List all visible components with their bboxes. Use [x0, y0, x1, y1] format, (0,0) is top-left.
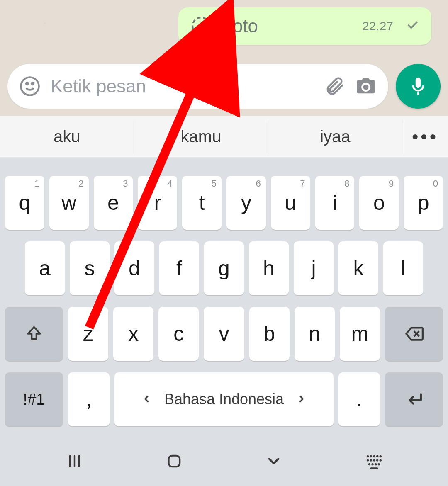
mic-button[interactable] — [396, 64, 441, 109]
message-bubble[interactable]: 1 Foto 22.27 — [178, 7, 431, 45]
enter-key[interactable] — [385, 372, 443, 426]
key-p[interactable]: p0 — [404, 176, 443, 230]
message-input-container — [7, 64, 388, 109]
keyboard-row-4: !#1 , Bahasa Indonesia . — [5, 372, 443, 426]
svg-point-2 — [21, 77, 39, 95]
key-i[interactable]: i8 — [315, 176, 355, 230]
view-once-icon: 1 — [191, 16, 212, 36]
svg-point-18 — [373, 459, 375, 461]
keyboard-collapse-icon[interactable] — [361, 452, 386, 471]
svg-point-3 — [26, 83, 28, 85]
recents-icon[interactable] — [62, 452, 87, 470]
back-icon[interactable] — [261, 452, 286, 470]
symbols-key[interactable]: !#1 — [5, 372, 63, 426]
svg-point-22 — [371, 463, 373, 465]
svg-point-20 — [380, 459, 382, 461]
camera-icon[interactable] — [355, 75, 377, 97]
navigation-bar — [0, 436, 448, 486]
key-a[interactable]: a — [25, 241, 65, 295]
backspace-key[interactable] — [385, 307, 443, 361]
key-z[interactable]: z — [68, 307, 108, 361]
key-v[interactable]: v — [204, 307, 244, 361]
key-b[interactable]: b — [249, 307, 290, 361]
key-c[interactable]: c — [158, 307, 199, 361]
shift-key[interactable] — [5, 307, 63, 361]
message-time: 22.27 — [362, 19, 393, 33]
svg-point-13 — [373, 455, 375, 457]
key-x[interactable]: x — [113, 307, 153, 361]
message-text: Foto — [222, 16, 352, 36]
key-d[interactable]: d — [114, 241, 154, 295]
suggestion-3[interactable]: iyaa — [268, 120, 402, 153]
period-key[interactable]: . — [338, 372, 380, 426]
suggestion-bar: aku kamu iyaa ••• — [0, 116, 448, 158]
attachment-icon[interactable] — [324, 75, 345, 97]
key-f[interactable]: f — [159, 241, 199, 295]
message-input[interactable] — [51, 76, 314, 97]
svg-point-11 — [367, 455, 369, 457]
comma-key[interactable]: , — [68, 372, 110, 426]
svg-point-14 — [376, 455, 378, 457]
suggestion-1[interactable]: aku — [0, 120, 134, 153]
keyboard-row-1: q1 w2 e3 r4 t5 y6 u7 i8 o9 p0 — [5, 176, 443, 230]
chevron-right-icon — [296, 391, 307, 408]
svg-point-23 — [375, 463, 377, 465]
key-u[interactable]: u7 — [271, 176, 310, 230]
space-key[interactable]: Bahasa Indonesia — [114, 372, 334, 426]
keyboard-row-3: z x c v b n m — [5, 307, 443, 361]
more-suggestions-icon[interactable]: ••• — [402, 126, 448, 147]
space-label: Bahasa Indonesia — [164, 391, 284, 408]
svg-point-4 — [32, 83, 34, 85]
svg-point-12 — [370, 455, 372, 457]
svg-point-24 — [378, 463, 380, 465]
chat-area: 1 Foto 22.27 — [0, 0, 448, 116]
home-icon[interactable] — [162, 453, 187, 469]
key-o[interactable]: o9 — [359, 176, 399, 230]
chevron-left-icon — [141, 391, 152, 408]
svg-point-15 — [380, 455, 382, 457]
key-s[interactable]: s — [70, 241, 110, 295]
key-w[interactable]: w2 — [49, 176, 89, 230]
key-y[interactable]: y6 — [226, 176, 266, 230]
key-l[interactable]: l — [383, 241, 423, 295]
key-g[interactable]: g — [204, 241, 244, 295]
key-m[interactable]: m — [340, 307, 380, 361]
svg-rect-25 — [370, 467, 378, 469]
emoji-icon[interactable] — [19, 75, 41, 97]
keyboard: q1 w2 e3 r4 t5 y6 u7 i8 o9 p0 a s d f g … — [0, 158, 448, 436]
key-k[interactable]: k — [338, 241, 378, 295]
key-t[interactable]: t5 — [182, 176, 222, 230]
svg-text:1: 1 — [198, 20, 204, 32]
key-h[interactable]: h — [249, 241, 289, 295]
svg-rect-10 — [169, 456, 180, 467]
key-e[interactable]: e3 — [94, 176, 133, 230]
keyboard-row-2: a s d f g h j k l — [5, 241, 443, 295]
svg-point-21 — [368, 463, 370, 465]
key-j[interactable]: j — [294, 241, 334, 295]
svg-point-17 — [370, 459, 372, 461]
input-row — [7, 64, 441, 109]
key-q[interactable]: q1 — [5, 176, 44, 230]
svg-point-16 — [367, 459, 369, 461]
key-r[interactable]: r4 — [138, 176, 177, 230]
suggestion-2[interactable]: kamu — [134, 120, 268, 153]
key-n[interactable]: n — [295, 307, 335, 361]
svg-point-19 — [376, 459, 378, 461]
check-icon — [407, 19, 419, 33]
